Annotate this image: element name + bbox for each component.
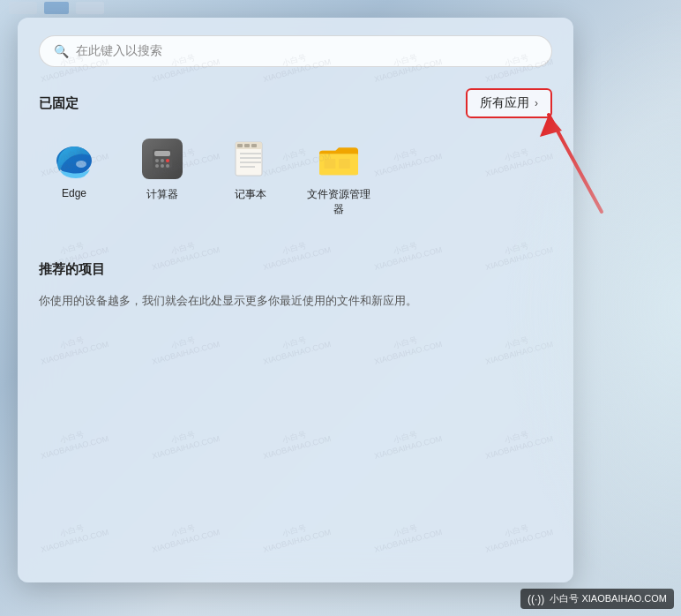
wifi-icon: ((·)) [528, 593, 544, 605]
svg-point-5 [161, 159, 164, 162]
svg-point-4 [155, 159, 159, 162]
svg-rect-22 [339, 159, 350, 169]
svg-rect-3 [154, 151, 170, 156]
desktop: 🔍 在此键入以搜索 已固定 所有应用 › [0, 0, 681, 616]
start-menu: 🔍 在此键入以搜索 已固定 所有应用 › [18, 18, 573, 582]
chevron-right-icon: › [535, 97, 538, 109]
app-item-notepad[interactable]: 记事本 [215, 136, 286, 217]
app-label-notepad: 记事本 [235, 187, 266, 202]
svg-marker-24 [540, 115, 562, 137]
app-icon-calculator [139, 136, 185, 182]
svg-point-1 [76, 161, 86, 168]
calculator-icon-shape [142, 139, 183, 179]
svg-point-9 [166, 164, 169, 168]
svg-rect-13 [244, 144, 250, 147]
svg-line-23 [549, 115, 602, 212]
app-label-edge: Edge [62, 187, 86, 199]
app-icon-edge [51, 136, 97, 182]
taskbar-icon-2 [44, 2, 69, 14]
taskbar-icon-3 [76, 2, 104, 14]
svg-point-6 [166, 159, 169, 162]
app-item-explorer[interactable]: 文件资源管理器 [303, 136, 374, 217]
app-icon-notepad [228, 136, 273, 182]
app-icon-explorer [316, 136, 362, 182]
svg-rect-12 [237, 144, 243, 147]
svg-rect-14 [251, 144, 257, 147]
bottom-badge: ((·)) 小白号 XIAOBAIHAO.COM [520, 589, 674, 609]
search-bar[interactable]: 🔍 在此键入以搜索 [39, 35, 552, 67]
all-apps-label: 所有应用 [480, 95, 529, 111]
svg-point-7 [155, 164, 159, 168]
pinned-apps-grid: Edge [39, 136, 552, 217]
search-icon: 🔍 [54, 44, 69, 58]
pinned-section-header: 已固定 所有应用 › [39, 88, 552, 118]
recommended-description: 你使用的设备越多，我们就会在此处显示更多你最近使用的文件和新应用。 [39, 292, 552, 311]
taskbar-icon-1 [9, 2, 37, 14]
taskbar-top [0, 0, 681, 16]
all-apps-button[interactable]: 所有应用 › [466, 88, 552, 118]
search-placeholder[interactable]: 在此键入以搜索 [76, 43, 537, 59]
app-item-calculator[interactable]: 计算器 [127, 136, 198, 217]
pinned-title: 已固定 [39, 95, 79, 112]
svg-rect-21 [325, 159, 336, 169]
app-label-calculator: 计算器 [146, 187, 178, 202]
recommended-section: 推荐的项目 你使用的设备越多，我们就会在此处显示更多你最近使用的文件和新应用。 [39, 261, 552, 311]
svg-point-8 [161, 164, 164, 168]
arrow-annotation [531, 88, 637, 233]
app-item-edge[interactable]: Edge [39, 136, 109, 217]
badge-text: 小白号 XIAOBAIHAO.COM [550, 592, 667, 605]
recommended-title: 推荐的项目 [39, 261, 552, 278]
app-label-explorer: 文件资源管理器 [303, 187, 374, 217]
